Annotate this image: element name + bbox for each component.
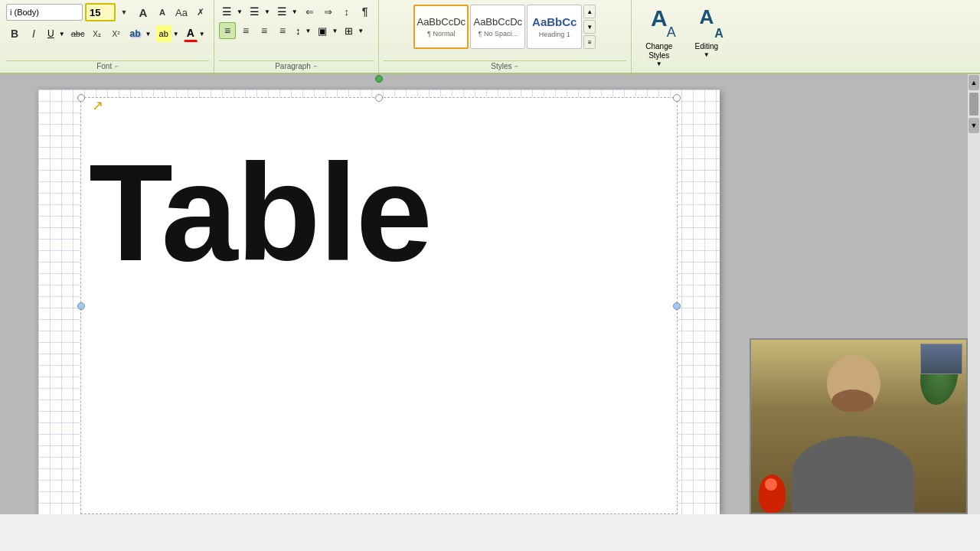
style-card-normal[interactable]: AaBbCcDc ¶ Normal (413, 5, 469, 49)
font-color-button[interactable]: A (184, 25, 198, 42)
font-size-display[interactable]: 15 (85, 3, 116, 21)
styles-expand-icon[interactable]: ⌐ (515, 63, 519, 70)
borders-button[interactable]: ⊞ (341, 22, 356, 39)
ribbon-top-row: i (Body) 15 ▼ A A Aa ✗ B I U ▼ (0, 0, 980, 73)
font-color-dropdown[interactable]: ▼ (198, 25, 207, 42)
change-styles-arrow: ▼ (656, 60, 662, 67)
line-spacing-dropdown[interactable]: ▼ (304, 22, 314, 39)
handle-mid-left[interactable] (77, 302, 85, 310)
multilevel-dropdown[interactable]: ▼ (290, 3, 300, 20)
para-row1: ☰ ▼ ☰ ▼ ☰ ▼ ⇐ ⇒ ↕ ¶ (219, 3, 374, 20)
align-center-button[interactable]: ≡ (237, 22, 254, 39)
bold-button[interactable]: B (6, 25, 23, 42)
styles-scroll-down[interactable]: ▼ (583, 20, 596, 34)
font-row1: i (Body) 15 ▼ A A Aa ✗ (6, 3, 209, 21)
borders-split: ⊞ ▼ (341, 22, 366, 39)
scrollbar-right[interactable]: ▲ ▼ (968, 74, 980, 514)
document-content: Table (81, 98, 677, 282)
strikethrough-button[interactable]: abc (70, 25, 87, 42)
styles-section: AaBbCcDc ¶ Normal AaBbCcDc ¶ No Spaci...… (379, 0, 632, 73)
change-styles-button[interactable]: A A Change Styles ▼ (638, 3, 681, 71)
subscript-button[interactable]: X₂ (89, 25, 106, 42)
scrollbar-thumb[interactable] (969, 93, 978, 116)
video-thumbnail (920, 344, 962, 374)
styles-section-label: Styles ⌐ (384, 60, 626, 73)
bullets-dropdown[interactable]: ▼ (235, 3, 245, 20)
video-person (751, 340, 966, 513)
style-card-heading1-preview: AaBbCc (532, 15, 577, 28)
change-styles-icon-wrap: A A (642, 7, 676, 41)
elmo-toy (759, 474, 786, 513)
italic-button[interactable]: I (25, 25, 42, 42)
editing-small-a: A (714, 27, 724, 41)
person-body (792, 436, 914, 513)
shading-dropdown[interactable]: ▼ (330, 22, 340, 39)
style-heading1-label: Heading 1 (539, 31, 570, 38)
handle-mid-right[interactable] (673, 302, 681, 310)
font-label-text: Font (96, 62, 112, 70)
styles-more[interactable]: ≡ (583, 35, 596, 49)
align-left-button[interactable]: ≡ (219, 22, 236, 39)
styles-label-text: Styles (491, 62, 511, 70)
sort-button[interactable]: ↕ (338, 3, 355, 20)
align-right-button[interactable]: ≡ (256, 22, 273, 39)
shading-button[interactable]: ▣ (315, 22, 330, 39)
style-card-heading1[interactable]: AaBbCc Heading 1 (527, 5, 582, 49)
underline-button[interactable]: U (44, 25, 57, 42)
handle-top-center[interactable] (375, 94, 383, 102)
bullets-split: ☰ ▼ (219, 3, 245, 20)
rotate-handle[interactable] (375, 75, 383, 83)
borders-dropdown[interactable]: ▼ (356, 22, 366, 39)
styles-scroll: ▲ ▼ ≡ (583, 5, 596, 49)
editing-arrow: ▼ (704, 51, 710, 58)
font-expand-icon[interactable]: ⌐ (115, 63, 119, 70)
style-card-nospace-preview: AaBbCcDc (473, 16, 522, 28)
change-styles-small-a: A (667, 24, 676, 41)
text-effects-split: ab ▼ (127, 25, 154, 42)
change-case-button[interactable]: Aa (173, 4, 190, 21)
superscript-button[interactable]: X² (108, 25, 125, 42)
person-beard (831, 390, 874, 412)
document-page: Table (38, 90, 720, 514)
multilevel-split: ☰ ▼ (274, 3, 300, 20)
handle-top-right[interactable] (673, 94, 681, 102)
underline-dropdown[interactable]: ▼ (57, 25, 67, 42)
handle-top-left[interactable] (77, 94, 85, 102)
thumbnail-content (921, 344, 962, 373)
numbering-dropdown[interactable]: ▼ (263, 3, 273, 20)
font-section-label: Font ⌐ (6, 60, 209, 73)
paragraph-section: ☰ ▼ ☰ ▼ ☰ ▼ ⇐ ⇒ ↕ ¶ (214, 0, 379, 73)
styles-cards-container: AaBbCcDc ¶ Normal AaBbCcDc ¶ No Spaci...… (413, 3, 596, 51)
show-para-button[interactable]: ¶ (357, 3, 374, 20)
style-nospace-label: ¶ No Spaci... (479, 30, 518, 37)
style-card-nospace[interactable]: AaBbCcDc ¶ No Spaci... (470, 5, 525, 49)
font-shrink-button[interactable]: A (154, 4, 171, 21)
video-overlay (750, 338, 968, 514)
para-expand-icon[interactable]: ⌐ (314, 63, 318, 70)
bullets-button[interactable]: ☰ (219, 3, 235, 20)
text-effects-dropdown[interactable]: ▼ (144, 25, 154, 42)
style-normal-underline: ¶ Normal (427, 30, 455, 37)
text-box[interactable]: Table (80, 97, 678, 514)
align-justify-button[interactable]: ≡ (274, 22, 291, 39)
styles-scroll-up[interactable]: ▲ (583, 5, 596, 18)
multilevel-button[interactable]: ☰ (274, 3, 290, 20)
font-grow-button[interactable]: A (135, 4, 152, 21)
increase-indent-button[interactable]: ⇒ (320, 3, 337, 20)
line-spacing-button[interactable]: ↕ (292, 22, 304, 39)
para-row2: ≡ ≡ ≡ ≡ ↕ ▼ ▣ ▼ ⊞ ▼ (219, 22, 374, 39)
change-styles-label: Change Styles (640, 42, 678, 60)
font-size-dropdown[interactable]: ▼ (116, 4, 132, 21)
numbering-button[interactable]: ☰ (247, 3, 263, 20)
highlight-button[interactable]: ab (156, 25, 172, 42)
scroll-down-arrow[interactable]: ▼ (969, 118, 979, 133)
highlight-dropdown[interactable]: ▼ (172, 25, 181, 42)
editing-button[interactable]: A A Editing ▼ (687, 3, 727, 62)
canvas-area: Table ▲ ▼ (0, 74, 980, 514)
text-effects-button[interactable]: ab (127, 25, 144, 42)
scroll-up-arrow[interactable]: ▲ (969, 75, 979, 90)
para-label-text: Paragraph (275, 62, 311, 70)
decrease-indent-button[interactable]: ⇐ (302, 3, 318, 20)
font-name-display[interactable]: i (Body) (6, 4, 83, 21)
clear-format-button[interactable]: ✗ (192, 4, 209, 21)
